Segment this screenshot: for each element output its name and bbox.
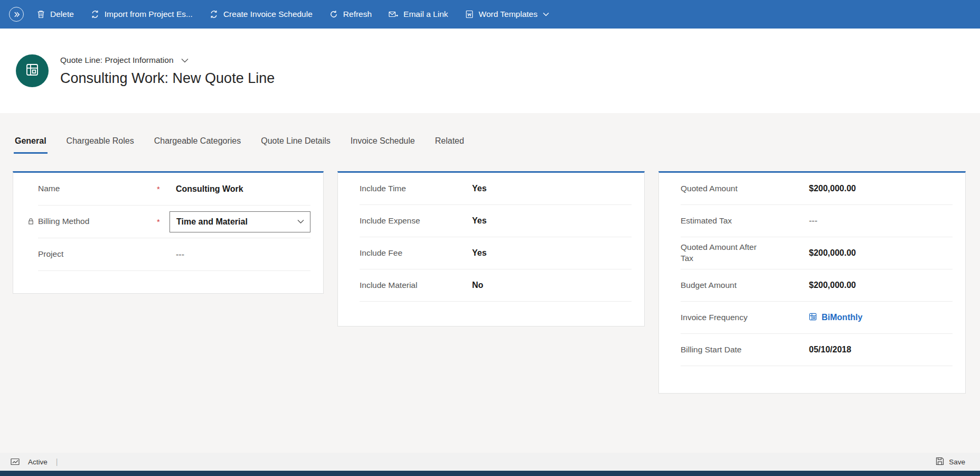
field-row-quoted-amount-after-tax: Quoted Amount After Tax $200,000.00 bbox=[681, 237, 953, 269]
field-label: Invoice Frequency bbox=[681, 312, 809, 323]
include-fee-value[interactable]: Yes bbox=[472, 248, 487, 258]
import-from-project-button[interactable]: Import from Project Es... bbox=[82, 0, 201, 29]
email-icon bbox=[389, 11, 398, 18]
include-material-value[interactable]: No bbox=[472, 281, 483, 290]
quote-line-entity-icon bbox=[24, 62, 40, 80]
form-sections: Name * Consulting Work Billing Method * … bbox=[13, 171, 966, 394]
project-field-value[interactable]: --- bbox=[176, 250, 184, 259]
quoted-amount-after-tax-value[interactable]: $200,000.00 bbox=[809, 248, 856, 258]
field-row-estimated-tax: Estimated Tax --- bbox=[681, 205, 953, 237]
command-label: Create Invoice Schedule bbox=[223, 10, 313, 19]
field-row-include-fee: Include Fee Yes bbox=[360, 237, 632, 269]
select-value: Time and Material bbox=[176, 217, 248, 227]
record-header: Quote Line: Project Information Consulti… bbox=[0, 29, 980, 113]
include-time-value[interactable]: Yes bbox=[472, 184, 487, 193]
command-label: Import from Project Es... bbox=[105, 10, 193, 19]
tab-quote-line-details[interactable]: Quote Line Details bbox=[260, 136, 332, 154]
field-label: Name bbox=[38, 183, 157, 194]
command-label: Delete bbox=[50, 10, 74, 19]
form-selector-label: Quote Line: Project Information bbox=[60, 55, 174, 65]
command-label: Word Templates bbox=[479, 10, 538, 19]
word-icon bbox=[465, 10, 474, 18]
name-field-value[interactable]: Consulting Work bbox=[176, 184, 243, 194]
bottom-strip bbox=[0, 471, 980, 476]
field-row-quoted-amount: Quoted Amount $200,000.00 bbox=[681, 173, 953, 205]
field-label: Budget Amount bbox=[681, 280, 809, 291]
command-bar: Delete Import from Project Es... Create … bbox=[0, 0, 980, 29]
breadcrumb: Quote Line: Project Information bbox=[60, 55, 275, 66]
required-marker: * bbox=[157, 184, 176, 193]
field-row-budget-amount: Budget Amount $200,000.00 bbox=[681, 269, 953, 302]
field-label: Quoted Amount After Tax bbox=[681, 242, 809, 264]
section-project-information: Name * Consulting Work Billing Method * … bbox=[13, 171, 324, 294]
sync-icon bbox=[210, 10, 218, 18]
field-label: Project bbox=[38, 249, 157, 260]
sync-icon bbox=[91, 10, 99, 18]
invoice-frequency-link[interactable]: BiMonthly bbox=[809, 313, 862, 322]
trash-icon bbox=[37, 10, 45, 18]
form-tabs: General Chargeable Roles Chargeable Cate… bbox=[0, 113, 980, 154]
field-row-name: Name * Consulting Work bbox=[38, 173, 310, 206]
quote-line-form-window: Delete Import from Project Es... Create … bbox=[0, 0, 980, 476]
double-chevron-icon bbox=[9, 7, 24, 22]
field-label-wrap: Billing Method bbox=[38, 216, 157, 227]
field-row-include-material: Include Material No bbox=[360, 269, 632, 302]
billing-method-select[interactable]: Time and Material bbox=[169, 211, 310, 232]
field-row-invoice-frequency: Invoice Frequency BiMonthly bbox=[681, 302, 953, 334]
command-label: Refresh bbox=[343, 10, 372, 19]
save-label: Save bbox=[949, 458, 965, 466]
estimated-tax-value[interactable]: --- bbox=[809, 216, 817, 226]
field-label: Include Time bbox=[360, 183, 472, 194]
form-body: General Chargeable Roles Chargeable Cate… bbox=[0, 113, 980, 453]
tab-related[interactable]: Related bbox=[434, 136, 465, 154]
billing-start-date-value[interactable]: 05/10/2018 bbox=[809, 345, 851, 354]
form-selector-chevron[interactable] bbox=[180, 55, 190, 66]
tab-general[interactable]: General bbox=[14, 136, 48, 154]
field-label: Estimated Tax bbox=[681, 216, 809, 227]
field-label: Include Expense bbox=[360, 216, 472, 227]
field-row-billing-start-date: Billing Start Date 05/10/2018 bbox=[681, 334, 953, 366]
refresh-icon bbox=[329, 10, 338, 18]
email-a-link-button[interactable]: Email a Link bbox=[380, 0, 456, 29]
chevron-down-icon bbox=[543, 12, 549, 16]
expand-commands-button[interactable] bbox=[4, 0, 29, 29]
save-icon bbox=[936, 457, 944, 467]
field-label: Include Material bbox=[360, 280, 472, 291]
field-row-billing-method: Billing Method * Time and Material bbox=[38, 206, 310, 238]
field-row-include-expense: Include Expense Yes bbox=[360, 205, 632, 237]
quoted-amount-value[interactable]: $200,000.00 bbox=[809, 184, 856, 193]
avatar bbox=[16, 54, 49, 87]
field-row-include-time: Include Time Yes bbox=[360, 173, 632, 205]
chevron-down-icon bbox=[297, 219, 304, 224]
field-label: Quoted Amount bbox=[681, 183, 809, 194]
section-amounts: Quoted Amount $200,000.00 Estimated Tax … bbox=[658, 171, 966, 394]
field-label: Include Fee bbox=[360, 248, 472, 259]
record-status-badge: Active bbox=[28, 458, 48, 466]
create-invoice-schedule-button[interactable]: Create Invoice Schedule bbox=[201, 0, 321, 29]
field-row-project: Project --- bbox=[38, 238, 310, 271]
include-expense-value[interactable]: Yes bbox=[472, 216, 487, 226]
tab-chargeable-categories[interactable]: Chargeable Categories bbox=[153, 136, 242, 154]
tab-chargeable-roles[interactable]: Chargeable Roles bbox=[65, 136, 135, 154]
lock-icon bbox=[28, 218, 34, 225]
invoice-frequency-icon bbox=[809, 313, 817, 322]
budget-amount-value[interactable]: $200,000.00 bbox=[809, 281, 856, 290]
refresh-button[interactable]: Refresh bbox=[321, 0, 380, 29]
form-notification-icon[interactable] bbox=[11, 458, 20, 465]
status-bar: Active | Save bbox=[0, 453, 980, 471]
command-label: Email a Link bbox=[403, 10, 448, 19]
status-divider: | bbox=[56, 458, 58, 466]
chevron-down-icon bbox=[181, 57, 189, 64]
invoice-frequency-value: BiMonthly bbox=[822, 313, 862, 322]
save-button[interactable]: Save bbox=[936, 457, 965, 467]
tab-invoice-schedule[interactable]: Invoice Schedule bbox=[350, 136, 416, 154]
word-templates-button[interactable]: Word Templates bbox=[457, 0, 558, 29]
delete-button[interactable]: Delete bbox=[29, 0, 82, 29]
section-includes: Include Time Yes Include Expense Yes Inc… bbox=[337, 171, 645, 326]
field-label: Billing Start Date bbox=[681, 344, 809, 356]
field-label: Billing Method bbox=[38, 217, 89, 226]
page-title: Consulting Work: New Quote Line bbox=[60, 70, 275, 87]
